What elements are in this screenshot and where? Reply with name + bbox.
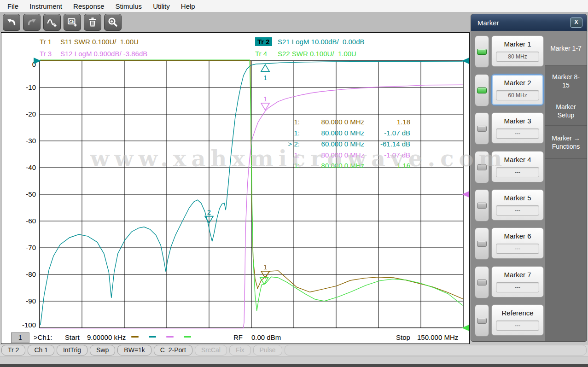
marker-1-toggle[interactable] [475, 35, 489, 68]
marker-2-row: Marker 2 60 MHz [475, 74, 544, 106]
marker-value-field[interactable]: --- [496, 167, 539, 177]
svg-text:-80: -80 [26, 270, 36, 278]
rf-power[interactable]: 0.00 dBm [251, 333, 281, 342]
menu-response[interactable]: Response [68, 2, 110, 10]
marker-value-field[interactable]: --- [496, 320, 539, 331]
readout-marker-freq: 80.000 0 MHz [300, 150, 364, 161]
menu-stimulus[interactable]: Stimulus [110, 2, 148, 10]
marker-value-field[interactable]: --- [496, 244, 539, 254]
bottom-strip [0, 356, 588, 365]
marker-readout-row: 1: 80.000 0 MHz 1.16 [259, 160, 410, 171]
menu-utility[interactable]: Utility [147, 2, 175, 10]
svg-text:-60: -60 [26, 217, 36, 225]
tab-marker-1-7[interactable]: Marker 1-7 [545, 31, 587, 66]
tab-marker-8-15[interactable]: Marker 8-15 [545, 66, 587, 96]
readout-marker-freq: 80.000 0 MHz [300, 117, 364, 128]
marker-1-button[interactable]: Marker 1 80 MHz [491, 35, 544, 67]
close-icon[interactable]: X [570, 17, 582, 28]
readout-marker-value: 1.18 [364, 117, 410, 128]
marker-7-toggle[interactable] [475, 266, 489, 298]
zoom-button[interactable] [104, 14, 122, 31]
svg-text:-10: -10 [26, 83, 36, 91]
readout-marker-num: 1: [259, 117, 300, 128]
reference-toggle[interactable] [475, 304, 489, 337]
tab-marker-setup[interactable]: Marker Setup [545, 96, 587, 126]
trace4-color-dash [184, 336, 191, 338]
svg-text:-30: -30 [26, 137, 36, 145]
undo-button[interactable] [3, 14, 20, 31]
marker-button-label: Marker 1 [492, 40, 543, 48]
marker-value-field[interactable]: --- [496, 282, 539, 292]
marker-button-label: Marker 4 [492, 156, 543, 163]
status-pulse[interactable]: Pulse [253, 345, 282, 355]
marker-6-toggle[interactable] [475, 227, 489, 260]
tab-marker-functions[interactable]: Marker → Functions [545, 126, 587, 159]
marker-panel-body: Marker 1 80 MHz Marker 2 60 MHz Marker 3… [471, 31, 545, 341]
status-trigger[interactable]: IntTrig [57, 345, 87, 355]
trace-tr4 [40, 60, 463, 311]
marker-6-row: Marker 6 --- [475, 227, 544, 260]
add-trace-button[interactable] [43, 14, 61, 31]
marker-4-toggle[interactable] [475, 151, 489, 183]
svg-text:-50: -50 [26, 190, 36, 198]
status-active-trace[interactable]: Tr 2 [1, 345, 25, 355]
plot-marker[interactable] [261, 103, 269, 110]
marker-7-row: Marker 7 --- [475, 266, 544, 298]
svg-text:-100: -100 [22, 321, 36, 329]
bottom-edge [0, 364, 588, 367]
marker-7-button[interactable]: Marker 7 --- [491, 266, 544, 297]
arrow-right-icon: → [574, 134, 580, 142]
start-frequency[interactable]: 9.00000 kHz [87, 333, 126, 342]
marker-5-button[interactable]: Marker 5 --- [491, 189, 544, 221]
tab-label: Marker Setup [549, 103, 583, 119]
readout-marker-num: 1: [259, 150, 300, 161]
menu-instrument[interactable]: Instrument [24, 2, 68, 10]
reference-button[interactable]: Reference --- [491, 304, 544, 336]
svg-text:-70: -70 [26, 244, 36, 251]
marker-6-button[interactable]: Marker 6 --- [491, 227, 544, 259]
marker-2-button[interactable]: Marker 2 60 MHz [491, 74, 544, 105]
marker-readout-row: 1: 80.000 0 MHz -1.07 dB [259, 150, 410, 161]
marker-button-label: Marker 6 [492, 232, 543, 240]
marker-3-button[interactable]: Marker 3 --- [491, 112, 544, 144]
delete-button[interactable] [84, 14, 101, 31]
marker-panel-titlebar[interactable]: Marker X [471, 14, 587, 31]
status-fix[interactable]: Fix [229, 345, 251, 355]
status-sweep[interactable]: Swp [90, 345, 115, 355]
add-trace-icon [47, 17, 58, 28]
marker-3-row: Marker 3 --- [475, 112, 544, 145]
marker-2-toggle[interactable] [475, 74, 489, 106]
led-indicator [477, 280, 487, 285]
plot-marker[interactable] [261, 64, 269, 71]
led-indicator [477, 203, 487, 209]
marker-3-toggle[interactable] [475, 112, 489, 145]
marker-5-toggle[interactable] [475, 189, 489, 221]
marker-value-field[interactable]: --- [496, 205, 539, 216]
svg-text:Ch: Ch [69, 19, 74, 24]
menu-help[interactable]: Help [175, 2, 201, 10]
marker-panel: Marker X Marker 1 80 MHz Marker 2 60 MHz… [471, 14, 587, 342]
marker-value-field[interactable]: 80 MHz [496, 52, 539, 62]
readout-marker-value: 1.16 [364, 160, 410, 171]
redo-button[interactable] [23, 14, 41, 31]
status-bandwidth[interactable]: BW=1k [117, 345, 151, 355]
marker-value-field[interactable]: --- [496, 128, 539, 139]
status-calibration[interactable]: C 2-Port [154, 345, 192, 355]
status-srccal[interactable]: SrcCal [195, 345, 227, 355]
plot-marker-number: 1 [263, 95, 267, 103]
marker-4-button[interactable]: Marker 4 --- [491, 151, 544, 182]
readout-marker-value: -1.07 dB [364, 150, 410, 161]
menu-file[interactable]: File [2, 2, 24, 10]
svg-text:-20: -20 [26, 110, 36, 118]
redo-icon [26, 17, 37, 28]
stop-frequency[interactable]: 150.000 MHz [417, 333, 458, 342]
add-channel-button[interactable]: Ch [64, 14, 81, 31]
led-indicator [477, 49, 487, 55]
status-active-channel[interactable]: Ch 1 [28, 345, 54, 355]
channel-badge[interactable]: 1 [11, 332, 29, 343]
y-axis-labels: 0-10-20-30-40-50-60-70-80-90-100 [22, 60, 36, 329]
marker-readout-row: 1: 80.000 0 MHz 1.18 [259, 117, 410, 128]
plot-marker-number: 1 [263, 74, 267, 82]
marker-4-row: Marker 4 --- [475, 151, 544, 183]
marker-value-field[interactable]: 60 MHz [496, 90, 539, 100]
